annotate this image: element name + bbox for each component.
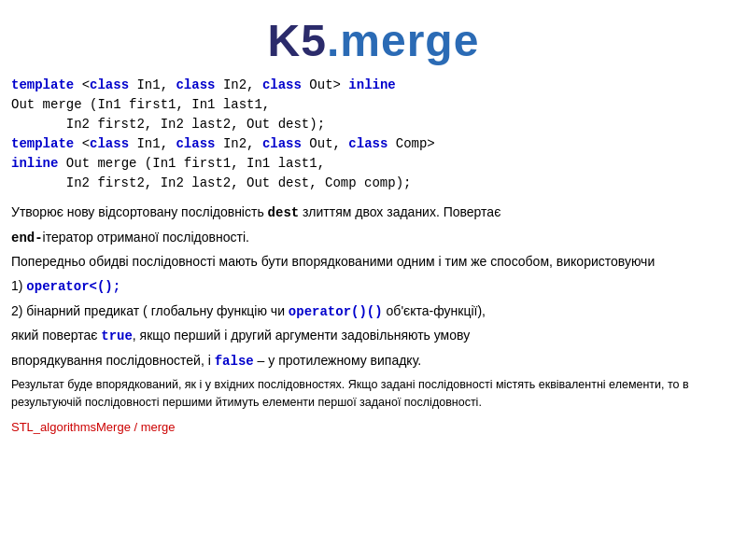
title-k5: K5 (268, 16, 327, 65)
footer-link[interactable]: STL_algorithmsMerge / merge (11, 418, 736, 437)
title-dot-merge: .merge (327, 16, 479, 65)
description-block: Утворює нову відсортовану послідовність … (11, 203, 736, 437)
desc-para2: end-ітератор отриманої послідовності. (11, 228, 736, 249)
kw-template-2: template (11, 136, 74, 151)
code-block: template <class In1, class In2, class Ou… (11, 76, 736, 193)
code-line-4: template <class In1, class In2, class Ou… (11, 134, 736, 154)
desc-para3: Попередньо обидві послідовності мають бу… (11, 252, 736, 273)
code-line-1: template <class In1, class In2, class Ou… (11, 76, 736, 95)
code-line-3: In2 first2, In2 last2, Out dest); (11, 115, 736, 134)
desc-para1: Утворює нову відсортовану послідовність … (11, 203, 736, 224)
page-title: K5.merge (11, 15, 736, 66)
code-line-2: Out merge (In1 first1, In1 last1, (11, 95, 736, 115)
desc-item2-line2: який повертає true, якщо перший і другий… (11, 326, 736, 347)
desc-item2-line3: впорядкування послідовностей, і false – … (11, 351, 736, 372)
desc-result: Результат буде впорядкований, як і у вхі… (11, 376, 736, 413)
code-line-6: In2 first2, In2 last2, Out dest, Comp co… (11, 174, 736, 193)
kw-template-1: template (11, 77, 74, 92)
desc-item2-line1: 2) бінарний предикат ( глобальну функцію… (11, 301, 736, 323)
code-line-5: inline Out merge (In1 first1, In1 last1, (11, 154, 736, 174)
desc-item1: 1) operator<(); (11, 276, 736, 298)
